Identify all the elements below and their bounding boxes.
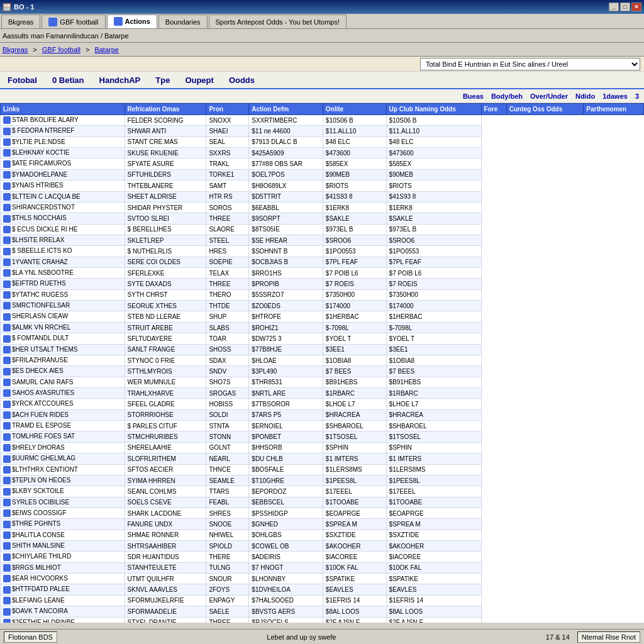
- table-row[interactable]: $LTHTHRX CENTIONTSFTOS AECIERTHNCE$BOSFA…: [1, 464, 644, 475]
- table-row[interactable]: $THLS NOCCHAISSVTOO SLREITHREE$9SORPT$SA…: [1, 213, 644, 224]
- main-nav-oupept[interactable]: Oupept: [182, 74, 216, 86]
- main-nav-oodds[interactable]: Oodds: [226, 74, 257, 86]
- table-row[interactable]: TOMLHRE FOES SATSTMCHRURIBESSTONN$PONBET…: [1, 431, 644, 442]
- filter-bar: Total Bind E Huntrian in Eut Sinc alines…: [0, 57, 644, 72]
- table-row[interactable]: $ES DHECK AIESSTTHLMYROISSNDV$3PL490$7 B…: [1, 366, 644, 377]
- table-cell: SHAEI: [206, 126, 249, 136]
- table-cell: THREE: [206, 617, 249, 623]
- table-row[interactable]: $THRE PGHNTSFANURE UNDXSNOOE$GNHED$SPREA…: [1, 519, 644, 530]
- table-row[interactable]: $FRILAZHRANUSESTYNOC 0 FRIESDAX$HLOAE$1O…: [1, 355, 644, 365]
- table-cell: $HALITLA CONSE: [1, 530, 125, 540]
- sub-nav-body-beh[interactable]: Body/beh: [491, 92, 523, 100]
- data-table-container[interactable]: Links Refrication Omas Pron Action Defm …: [0, 103, 644, 623]
- table-cell: SAHOS AYASRUTIES: [1, 387, 125, 398]
- table-row[interactable]: $EIFTRD RUETHSSYTE DAXADSTHREE$PROPIB$7 …: [1, 279, 644, 289]
- table-cell: $HER UTSALT THEMS: [1, 344, 125, 355]
- table-row[interactable]: $LKBY SCKTOILESEANL COHLMSTTARS$EPORDOZ$…: [1, 486, 644, 497]
- tab-gbf-football[interactable]: GBF football: [42, 14, 105, 28]
- tab-actions[interactable]: Actions: [107, 14, 157, 28]
- table-cell: $2F AJSN E: [323, 617, 386, 623]
- table-row[interactable]: SHERLASN CIEAWSTEB ND LLERAESHUP$HTROFE$…: [1, 311, 644, 322]
- table-row[interactable]: $LEHKNAY KOCTIESKUSE RKUENIESXXRS$425A59…: [1, 148, 644, 158]
- table-row[interactable]: $HTTFDATD PALEESKNVL AAAVLES2FOYS$1DVHEI…: [1, 584, 644, 595]
- table-cell: SYRLES OCIBILISE: [1, 497, 125, 508]
- table-row[interactable]: SAHOS AYASRUTIESTRAHLXHARVESROGAS$NRTL A…: [1, 387, 644, 398]
- table-row[interactable]: SYRLES OCIBILISESOELS CSEVEFEABL$EBBSCEL…: [1, 497, 644, 508]
- table-cell: $EAR HICVOORKS: [1, 574, 125, 584]
- table-row[interactable]: $ FEDORA NTREREFSHWAR ANTISHAEI$11 ne 44…: [1, 126, 644, 136]
- minimize-button[interactable]: _: [609, 3, 619, 11]
- table-row[interactable]: SHIRANCERDSTNOTSHIDAR PHYSTERSOROS$6EABB…: [1, 202, 644, 213]
- table-row[interactable]: $YNAIS HTRIBESTHTEBLANERESAMT$H8O689LX$R…: [1, 180, 644, 191]
- tab-boundaries[interactable]: Boundaries: [158, 14, 208, 28]
- main-nav-handchap[interactable]: HandchAP: [97, 74, 143, 86]
- tab-bkgreas[interactable]: Bkgreas: [1, 14, 40, 28]
- table-row[interactable]: $UURMC GHELMLAGSLOFRLRITHEMNEARL$DU CHLB…: [1, 453, 644, 464]
- table-cell: $2F AJSN E: [386, 617, 481, 623]
- table-row[interactable]: $HER UTSALT THEMSSANLT FRANGESHOSS$77B8H…: [1, 344, 644, 355]
- table-cell: SNOUR: [206, 574, 249, 584]
- table-row[interactable]: $ FOMTANDL DULTSFLTUDAYERETOAR$DW725 3$Y…: [1, 333, 644, 344]
- col-header-action-defm: Action Defm: [249, 104, 323, 115]
- sub-nav-bueas[interactable]: Bueas: [463, 92, 484, 100]
- table-row[interactable]: $YTATHC RUGESSSYTH CHRSTTHERO$5SSRZO7$73…: [1, 289, 644, 300]
- table-cell: $OAVK T ANCOIRA: [1, 606, 125, 617]
- main-nav-fotobal[interactable]: Fotobal: [5, 74, 40, 86]
- table-row[interactable]: $2FETHIE HLDRINBESTYEL DRANTIETHREE$RJSO…: [1, 617, 644, 623]
- filter-dropdown[interactable]: Total Bind E Huntrian in Eut Sinc alines…: [420, 58, 640, 70]
- table-cell: SDAX: [206, 355, 249, 365]
- table-cell: SHARK LACDONE: [125, 508, 206, 518]
- table-row[interactable]: $ACH FUEN RIDESSTORRRIOHSESOLDI$7ARS P5$…: [1, 409, 644, 420]
- main-nav-tpe[interactable]: Tpe: [153, 74, 172, 86]
- table-row[interactable]: SAMURL CANI RAFSWER MUMNULESHO7S$THR8531…: [1, 377, 644, 387]
- table-cell: SEORUE XTHES: [125, 301, 206, 311]
- row-icon: [3, 193, 11, 201]
- table-row[interactable]: $RRGS MILHIOTSTANHTEULETETULNG$7 HNOGT$1…: [1, 562, 644, 573]
- sub-nav-over-under[interactable]: Over/Under: [530, 92, 568, 100]
- table-cell: $YOEL T: [323, 333, 386, 344]
- sub-nav-ndido[interactable]: Ndido: [575, 92, 595, 100]
- row-icon: [3, 182, 11, 190]
- table-row[interactable]: $YMADOHELPANESFTUHILDERSTORKE1$OEL7POS$9…: [1, 169, 644, 180]
- table-row[interactable]: $YLTIE PLE:NDSESTANT CRE.MASSEAL$7913 DL…: [1, 136, 644, 147]
- table-row[interactable]: $LTTEIN C LACQUA BESHEET ALDRISEHTR RS$D…: [1, 191, 644, 202]
- table-row[interactable]: SMRCTIONFELSARSEORUE XTHESTHTDE$ZO0EDS$1…: [1, 301, 644, 311]
- table-row[interactable]: $TEPLN ON HEOESSYIMA HHRRENSEAMLE$T10GHR…: [1, 475, 644, 486]
- close-button[interactable]: ✕: [631, 3, 641, 11]
- table-row[interactable]: STAR BKOLIFE ALARYFELDER SCORINGSNOXXSXX…: [1, 115, 644, 126]
- tab-sports[interactable]: Sports Antepost Odds - You bet Utomps!: [209, 14, 347, 28]
- table-cell: $SROO6: [386, 235, 481, 245]
- sub-nav-3[interactable]: 3: [635, 92, 639, 100]
- table-cell: $7PL FEAF: [386, 257, 481, 267]
- row-icon: [3, 149, 11, 157]
- table-row[interactable]: 1YVANTE CRAHAZSERE COI OLDESSOEPIE$OCBJI…: [1, 257, 644, 267]
- table-row[interactable]: $EAR HICVOORKSUTMT QUILHFRSNOUR$LHONNBY$…: [1, 574, 644, 584]
- nav-link-home[interactable]: Bkgreas: [3, 46, 28, 53]
- table-row[interactable]: $EIWS COOSSIGFSHARK LACDONESHRES$PSSHIDG…: [1, 508, 644, 518]
- table-row[interactable]: $ALMK VN RRCHELSTRUIT AREBESLABS$ROHIZ1$…: [1, 322, 644, 333]
- table-row[interactable]: $YRCK ATCCOURESSFEEL GLADREHOBISS$7TBSOR…: [1, 399, 644, 409]
- maximize-button[interactable]: □: [620, 3, 630, 11]
- table-row[interactable]: $HALITLA CONSESHMAE RONNERNHIWEL$OHLGBS$…: [1, 530, 644, 540]
- address-label: Aassults man Famannilinducan / Batarpe: [3, 32, 129, 40]
- sub-nav-1dawes[interactable]: 1dawes: [602, 92, 628, 100]
- table-row[interactable]: $LHSITE RRELAXSKLETLREPSTEEL$SE HREAR$SR…: [1, 235, 644, 245]
- main-nav-betian[interactable]: 0 Betian: [50, 74, 87, 86]
- table-cell: $7PL FEAF: [323, 257, 386, 267]
- table-row[interactable]: $OAVK T ANCOIRASFORMAADELIESAELE$BVSTG A…: [1, 606, 644, 617]
- table-row[interactable]: $ ECUS DICKLE RI HE$ BERELLIHESSLAORE$8T…: [1, 224, 644, 235]
- table-row[interactable]: $ATE FIRCAMUROSSFYATE ASURETRAKL$77#88 O…: [1, 158, 644, 169]
- table-cell: TULNG: [206, 562, 249, 573]
- table-row[interactable]: $LEFIANG LEANESFORMUJKELRFIEENPAGY$7HALS…: [1, 595, 644, 606]
- table-row[interactable]: SHITH MANLSINESHTRSAAHIBERSPIOLD$COWEL O…: [1, 541, 644, 552]
- table-row[interactable]: TRAMD EL ESPOSE$ PARLES CITUFSTNTA$ERNOI…: [1, 421, 644, 431]
- nav-link-gbf[interactable]: GBF football: [42, 46, 80, 53]
- nav-link-batarpe[interactable]: Batarpe: [94, 46, 119, 53]
- table-row[interactable]: $CHIYLARE THILRDSDR HUANTIDUSTHERE$ADEIR…: [1, 552, 644, 562]
- table-row[interactable]: $LA YNL NSBOOTRESFERLEXKETELAX$RRO1HS$7 …: [1, 268, 644, 279]
- table-row[interactable]: $ SBEELLE ICTS KO$ NUTHELRLISHRES$SOHNNT…: [1, 246, 644, 257]
- table-cell: $7 HNOGT: [249, 562, 323, 573]
- table-row[interactable]: $HRELY DHORASSHERELAAHIEGOLNT$HHSORB$SPH…: [1, 442, 644, 453]
- table-cell: STONN: [206, 431, 249, 442]
- status-center-label: Lebet and up sy swefe: [267, 633, 336, 641]
